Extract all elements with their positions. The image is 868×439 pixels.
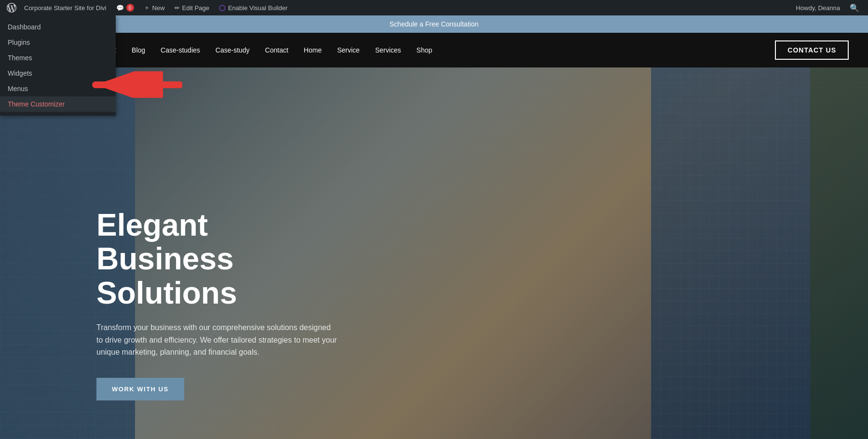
howdy-text: Howdy, Deanna [791, 4, 845, 12]
search-button[interactable]: 🔍 [845, 0, 864, 15]
admin-dropdown-menu: Dashboard Plugins Themes Widgets Menus T… [0, 15, 116, 116]
site-name-text: Corporate Starter Site for Divi [24, 4, 107, 12]
new-content-link[interactable]: ＋ New [139, 0, 170, 15]
menu-item-themes[interactable]: Themes [0, 50, 116, 66]
banner-text: Schedule a Free Consultation [390, 20, 478, 28]
admin-bar: Corporate Starter Site for Divi 💬 0 ＋ Ne… [0, 0, 868, 15]
wp-logo-button[interactable] [4, 0, 19, 15]
admin-bar-right: Howdy, Deanna 🔍 [791, 0, 864, 15]
nav-home[interactable]: Home [297, 42, 328, 58]
nav-case-studies[interactable]: Case-studies [154, 42, 207, 58]
menu-item-widgets[interactable]: Widgets [0, 66, 116, 81]
edit-page-label: Edit Page [182, 4, 209, 12]
nav-shop[interactable]: Shop [410, 42, 439, 58]
menu-item-menus[interactable]: Menus [0, 81, 116, 96]
hero-section: Elegant Business Solutions Transform you… [0, 67, 868, 439]
visual-builder-link[interactable]: ⬡ Enable Visual Builder [214, 0, 292, 15]
visual-builder-label: Enable Visual Builder [228, 4, 287, 12]
comment-count: 0 [126, 4, 134, 12]
site-header: DIVI About Blog Case-studies Case-study … [0, 33, 868, 67]
website-content: Schedule a Free Consultation DIVI About … [0, 15, 868, 439]
new-label: New [152, 4, 165, 12]
nav-service[interactable]: Service [330, 42, 366, 58]
nav-blog[interactable]: Blog [125, 42, 152, 58]
edit-page-link[interactable]: ✏ Edit Page [170, 0, 214, 15]
menu-item-plugins[interactable]: Plugins [0, 35, 116, 50]
nav-services[interactable]: Services [368, 42, 408, 58]
plus-icon: ＋ [144, 3, 150, 12]
site-nav: About Blog Case-studies Case-study Conta… [92, 42, 775, 58]
contact-us-button[interactable]: CONTACT US [775, 40, 849, 60]
hero-title: Elegant Business Solutions [96, 208, 338, 310]
menu-item-theme-customizer[interactable]: Theme Customizer [0, 96, 116, 112]
cta-button[interactable]: WORK WITH US [96, 378, 184, 400]
divi-icon: ⬡ [219, 3, 226, 13]
pencil-icon: ✏ [175, 4, 180, 12]
hero-subtitle: Transform your business with our compreh… [96, 321, 338, 359]
nav-case-study[interactable]: Case-study [209, 42, 257, 58]
site-name-link[interactable]: Corporate Starter Site for Divi [19, 0, 111, 15]
hero-content: Elegant Business Solutions Transform you… [0, 208, 338, 400]
top-banner: Schedule a Free Consultation [0, 15, 868, 33]
comments-link[interactable]: 💬 0 [111, 0, 139, 15]
menu-item-dashboard[interactable]: Dashboard [0, 19, 116, 35]
nav-contact[interactable]: Contact [258, 42, 295, 58]
comment-icon: 💬 [116, 4, 124, 12]
